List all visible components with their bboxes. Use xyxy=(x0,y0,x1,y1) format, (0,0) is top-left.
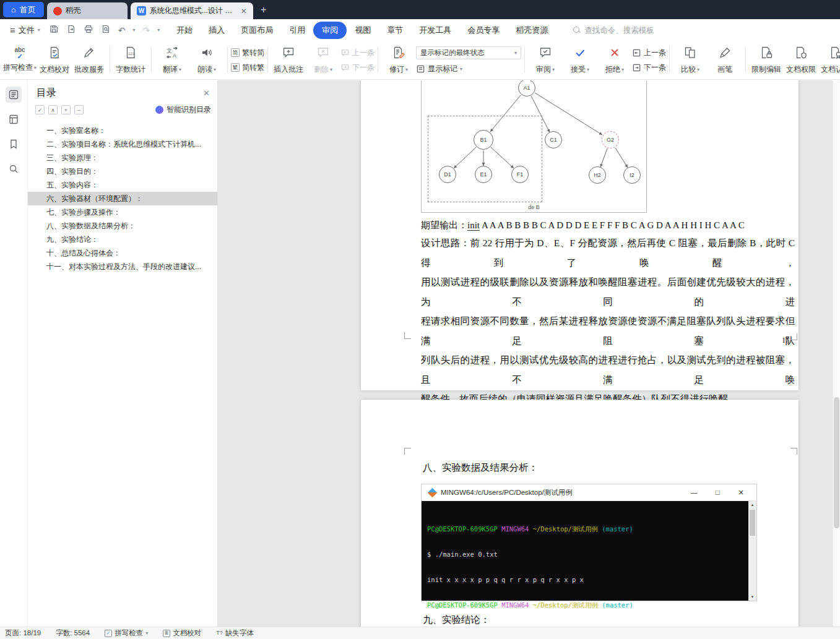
save-icon[interactable] xyxy=(49,24,59,36)
reject-button[interactable]: 拒绝▾ xyxy=(597,43,632,77)
toc-check-icon[interactable]: ✓ xyxy=(35,105,45,114)
toc-item-3[interactable]: 三、实验原理： xyxy=(28,151,217,165)
comment-delete-icon xyxy=(316,46,330,61)
status-spell-check[interactable]: ✓ 拼写检查▾ xyxy=(105,628,148,638)
restrict-editing-button[interactable]: 限制编辑 xyxy=(749,43,784,77)
toc-item-6-active[interactable]: 六、实验器材（环境配置）： xyxy=(28,192,217,205)
text-boundary-mark xyxy=(404,332,411,339)
undo-icon[interactable]: ↶ xyxy=(118,25,126,35)
search-panel-icon[interactable] xyxy=(6,161,22,177)
delete-comment-button[interactable]: 删除▾ xyxy=(306,43,340,77)
close-tab-icon[interactable]: ✕ xyxy=(241,7,247,15)
read-aloud-button[interactable]: 朗读▾ xyxy=(189,43,224,77)
smart-recognize-toc-button[interactable]: 智能识别目录 xyxy=(155,105,211,115)
process-tree-diagram: A1 B1 C1 G2 D1 E1 F1 H2 I2 de B xyxy=(421,80,647,213)
toc-list: 一、实验室名称： 二、实验项目名称：系统化思维模式下计算机... 三、实验原理：… xyxy=(28,124,217,273)
doc-authentication-button[interactable]: 文档认证 xyxy=(818,43,840,77)
next-revision-button[interactable]: 下一条 xyxy=(632,62,666,73)
toc-item-11[interactable]: 十一、对本实验过程及方法、手段的改进建议... xyxy=(28,260,217,273)
status-missing-font[interactable]: T? 缺失字体 xyxy=(216,628,254,638)
trad-to-simp-button[interactable]: 简繁转简 xyxy=(231,48,264,58)
document-scrollbar[interactable] xyxy=(833,80,840,627)
paragraph-line: 设计思路：前 22 行用于为 D、E、F 分配资源，然后再使 C 阻塞，最后删除… xyxy=(421,233,795,272)
tab-daoke-resources[interactable]: 稻壳资源 xyxy=(508,22,556,39)
track-changes-button[interactable]: 修订▾ xyxy=(381,43,416,77)
toc-item-5[interactable]: 五、实验内容： xyxy=(28,178,217,192)
word-count-icon: 123 xyxy=(124,46,137,61)
doc-proofread-button[interactable]: 文档校对 xyxy=(37,43,72,77)
task-panel-icon[interactable] xyxy=(6,111,22,127)
toc-item-4[interactable]: 四、实验目的： xyxy=(28,165,217,178)
insert-comment-button[interactable]: 插入批注 xyxy=(271,43,306,77)
tree-node-d1: D1 xyxy=(439,166,456,183)
toc-expand-all-icon[interactable]: + xyxy=(61,105,71,114)
toc-item-1[interactable]: 一、实验室名称： xyxy=(28,124,217,137)
toc-item-10[interactable]: 十、总结及心得体会： xyxy=(28,246,217,260)
tab-member[interactable]: 会员专享 xyxy=(459,22,508,39)
toc-item-8[interactable]: 八、实验数据及结果分析： xyxy=(28,219,217,233)
undo-dropdown-icon[interactable]: ▾ xyxy=(133,27,136,33)
export-icon[interactable] xyxy=(66,24,76,36)
document-tab[interactable]: W 系统化思维模式...设计 毕业论文 ✕ xyxy=(131,2,253,19)
translate-icon: 文A xyxy=(165,46,179,61)
command-search[interactable] xyxy=(573,26,677,35)
translate-button[interactable]: 文A 翻译▾ xyxy=(155,43,189,77)
file-menu-button[interactable]: ≡ 文件 ▾ xyxy=(10,25,40,36)
tab-dev-tools[interactable]: 开发工具 xyxy=(411,22,459,39)
tab-view[interactable]: 视图 xyxy=(347,22,379,39)
toolbar-options-icon[interactable]: ▾ xyxy=(157,27,160,33)
review-button[interactable]: 审阅▾ xyxy=(528,43,563,77)
close-panel-icon[interactable]: ✕ xyxy=(203,88,210,98)
tab-insert[interactable]: 插入 xyxy=(201,22,233,39)
toc-collapse-icon[interactable]: ∧ xyxy=(48,105,58,114)
markup-display-group: 显示标记的最终状态▾ 显示标记▾ xyxy=(416,46,521,74)
status-doc-proofread[interactable]: 🗏 文档校对 xyxy=(163,628,201,638)
markup-icon xyxy=(416,64,425,74)
maximize-icon: □ xyxy=(708,489,727,496)
toc-collapse-all-icon[interactable]: − xyxy=(74,105,84,114)
prev-comment-button[interactable]: 上一条 xyxy=(340,48,375,58)
doc-permission-button[interactable]: 文档权限 xyxy=(784,43,818,77)
pen-button[interactable]: 画笔 xyxy=(708,43,742,77)
correction-service-button[interactable]: 批改服务 xyxy=(72,43,106,77)
bookmark-icon[interactable] xyxy=(6,136,22,152)
section-9-heading: 九、实验结论： xyxy=(423,614,490,627)
show-markup-button[interactable]: 显示标记▾ xyxy=(416,64,521,74)
simp-to-trad-button[interactable]: 繁简转繁 xyxy=(231,62,264,73)
print-preview-icon[interactable] xyxy=(101,24,111,36)
prev-revision-button[interactable]: 上一条 xyxy=(632,48,666,58)
tab-page-layout[interactable]: 页面布局 xyxy=(233,22,281,39)
tab-start[interactable]: 开始 xyxy=(168,22,201,39)
svg-text:A: A xyxy=(173,53,176,59)
seal-doc-icon xyxy=(829,46,840,61)
toc-item-9[interactable]: 九、实验结论： xyxy=(28,233,217,246)
home-icon: ⌂ xyxy=(11,5,16,14)
home-tab[interactable]: ⌂ 首页 xyxy=(3,2,44,17)
tab-review-active[interactable]: 审阅 xyxy=(313,22,347,39)
paragraph-line: 列队头后的进程，用以测试优先级较高的进程进行抢占，以及测试先到的进程被阻塞，且不… xyxy=(421,350,795,389)
store-tab-label: 稻壳 xyxy=(66,6,81,16)
store-tab[interactable]: 稻壳 xyxy=(47,2,128,19)
toc-item-7[interactable]: 七、实验步骤及操作： xyxy=(28,205,217,219)
revision-nav-group: 上一条 下一条 xyxy=(632,48,666,73)
next-comment-button[interactable]: 下一条 xyxy=(340,62,375,73)
toc-panel-icon[interactable] xyxy=(6,87,22,103)
new-tab-button[interactable]: + xyxy=(261,4,267,16)
search-input[interactable] xyxy=(584,26,677,35)
toc-panel: 目录 ✕ ✓ ∧ + − 智能识别目录 一、实验室名称： 二、实验项目名称：系统… xyxy=(27,80,218,627)
document-scroll-thumb[interactable] xyxy=(834,397,839,528)
redo-icon[interactable]: ↷ xyxy=(143,25,150,35)
accept-button[interactable]: 接受▾ xyxy=(563,43,597,77)
comment-plus-icon xyxy=(282,46,295,61)
tab-section[interactable]: 章节 xyxy=(379,22,411,39)
traditional-icon: 繁 xyxy=(231,63,240,72)
word-count-button[interactable]: 123 字数统计 xyxy=(113,43,148,77)
tab-references[interactable]: 引用 xyxy=(281,22,313,39)
spell-check-button[interactable]: abc✓ 拼写检查▾ xyxy=(2,43,37,77)
print-icon[interactable] xyxy=(84,24,93,36)
compare-button[interactable]: 比较▾ xyxy=(673,43,708,77)
close-icon: ✕ xyxy=(732,489,750,497)
toc-item-2[interactable]: 二、实验项目名称：系统化思维模式下计算机... xyxy=(28,137,217,151)
tree-node-c1: C1 xyxy=(545,131,562,148)
markup-state-select[interactable]: 显示标记的最终状态▾ xyxy=(416,46,521,59)
